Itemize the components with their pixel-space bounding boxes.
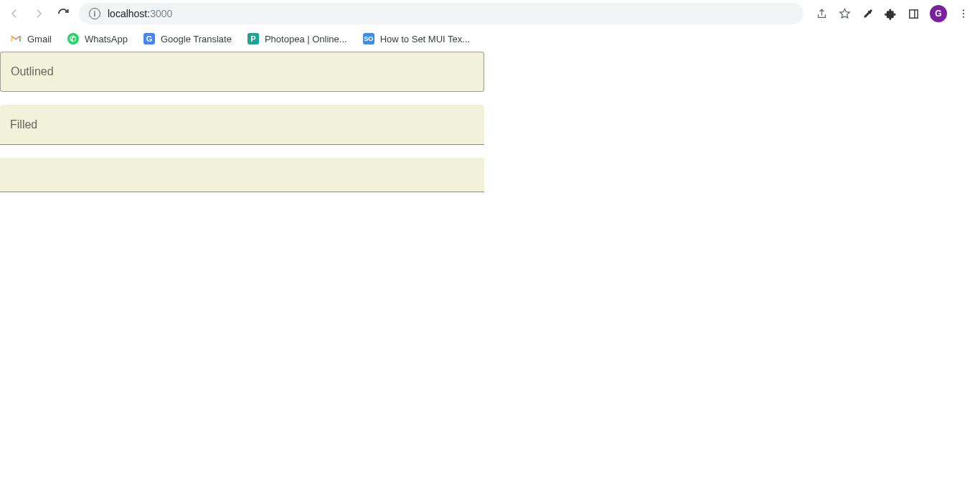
svg-rect-0 — [909, 9, 917, 17]
bookmark-label: How to Set MUI Tex... — [380, 34, 470, 44]
stackoverflow-icon: SO — [363, 33, 374, 44]
outlined-textfield[interactable]: Outlined — [0, 52, 484, 92]
photopea-icon: P — [248, 33, 259, 44]
bookmark-label: Gmail — [27, 34, 52, 44]
whatsapp-icon: ✆ — [67, 33, 79, 44]
back-button[interactable] — [6, 5, 23, 22]
url-host: localhost: — [108, 8, 150, 19]
site-info-icon[interactable]: i — [89, 8, 100, 19]
bookmark-photopea[interactable]: P Photopea | Online... — [248, 33, 347, 44]
svg-point-3 — [963, 13, 964, 14]
forward-button[interactable] — [30, 5, 47, 22]
bookmark-whatsapp[interactable]: ✆ WhatsApp — [67, 33, 128, 44]
bookmark-label: WhatsApp — [85, 34, 128, 44]
extensions-icon[interactable] — [884, 7, 897, 20]
filled-textfield[interactable]: Filled — [0, 105, 484, 145]
bookmark-gmail[interactable]: Gmail — [10, 33, 52, 44]
bookmark-label: Photopea | Online... — [265, 34, 347, 44]
bookmark-label: Google Translate — [161, 34, 232, 44]
panel-icon[interactable] — [907, 7, 920, 20]
bookmark-mui[interactable]: SO How to Set MUI Tex... — [363, 33, 470, 44]
share-icon[interactable] — [815, 7, 828, 20]
page-content: Outlined Filled — [0, 52, 980, 192]
standard-textfield[interactable] — [0, 158, 484, 192]
reload-button[interactable] — [55, 5, 72, 22]
address-bar[interactable]: i localhost:3000 — [79, 3, 804, 24]
browser-toolbar: i localhost:3000 G — [0, 0, 980, 27]
url-text: localhost:3000 — [108, 8, 172, 19]
bookmark-translate[interactable]: G Google Translate — [143, 33, 232, 44]
outlined-label: Outlined — [11, 65, 54, 78]
kebab-menu-icon[interactable] — [957, 7, 970, 20]
eyedropper-icon[interactable] — [861, 7, 874, 20]
filled-label: Filled — [10, 118, 37, 131]
translate-icon: G — [143, 33, 155, 44]
svg-point-4 — [963, 16, 964, 17]
bookmark-star-icon[interactable] — [838, 7, 851, 20]
profile-avatar[interactable]: G — [930, 5, 947, 22]
url-port: 3000 — [150, 8, 172, 19]
toolbar-right: G — [815, 5, 974, 22]
bookmarks-bar: Gmail ✆ WhatsApp G Google Translate P Ph… — [0, 27, 980, 50]
svg-point-2 — [963, 9, 964, 11]
gmail-icon — [10, 33, 22, 44]
